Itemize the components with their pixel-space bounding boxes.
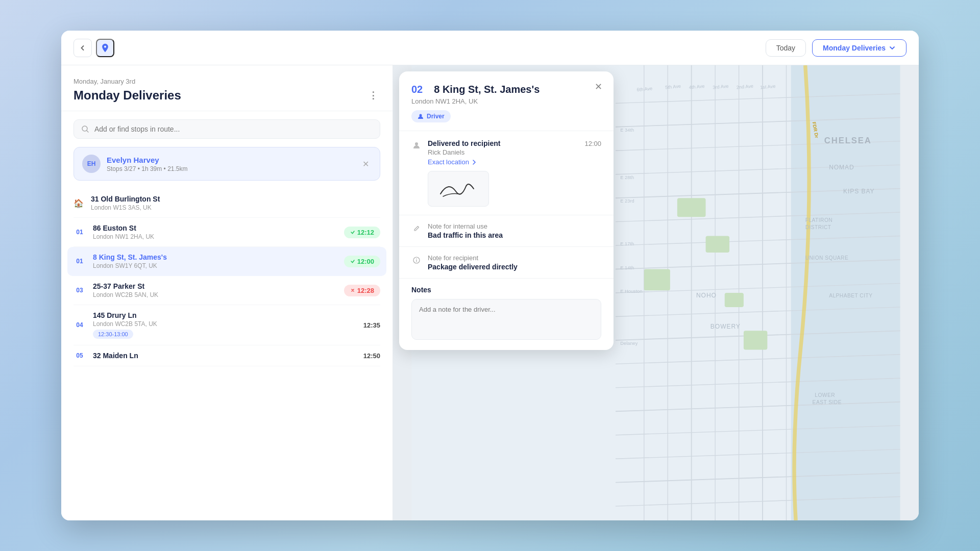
stop-time: 12:50 — [363, 352, 380, 360]
monday-deliveries-button[interactable]: Monday Deliveries — [812, 39, 906, 57]
search-icon — [81, 125, 89, 133]
detail-num: 02 — [411, 84, 423, 95]
header: Today Monday Deliveries — [61, 31, 919, 65]
stop-addr: London WC2B 5TA, UK — [93, 320, 356, 328]
svg-point-59 — [415, 142, 418, 145]
detail-title-row: 02 8 King St, St. James's — [411, 84, 601, 95]
svg-rect-29 — [706, 236, 729, 253]
exact-location-link[interactable]: Exact location — [428, 158, 601, 166]
search-bar[interactable] — [74, 119, 380, 139]
note-recipient-section: Note for recipient Package delivered dir… — [399, 247, 614, 279]
today-button[interactable]: Today — [766, 39, 806, 57]
stop-item-5[interactable]: 05 32 Maiden Ln 12:50 — [74, 345, 380, 366]
sidebar-title-text: Monday Deliveries — [74, 88, 181, 103]
note-row: Note for internal use Bad traffic in thi… — [411, 222, 601, 239]
svg-text:NOMAD: NOMAD — [829, 164, 854, 171]
sidebar-title: Monday Deliveries ⋮ — [74, 88, 380, 103]
stop-item-4[interactable]: 04 145 Drury Ln London WC2B 5TA, UK 12:3… — [74, 305, 380, 345]
location-icon-button[interactable] — [96, 39, 114, 57]
delivery-section: Delivered to recipient 12:00 Rick Daniel… — [399, 131, 614, 215]
stop-name: 31 Old Burlington St — [91, 195, 380, 203]
detail-driver-badge: Driver — [411, 110, 451, 122]
stop-name: 86 Euston St — [93, 224, 337, 232]
stop-time: 12:28 — [357, 287, 374, 294]
notes-label: Notes — [411, 286, 601, 294]
driver-card[interactable]: EH Evelyn Harvey Stops 3/27 • 1h 39m • 2… — [74, 147, 380, 181]
header-right: Today Monday Deliveries — [766, 39, 906, 57]
detail-header: 02 8 King St, St. James's London NW1 2HA… — [399, 71, 614, 131]
stop-info: 25-37 Parker St London WC2B 5AN, UK — [93, 282, 337, 298]
stop-name: 8 King St, St. James's — [93, 253, 337, 261]
stop-item-2-active[interactable]: 01 8 King St, St. James's London SW1Y 6Q… — [67, 247, 386, 276]
notes-section: Notes — [399, 279, 614, 350]
stop-num: 05 — [74, 352, 86, 359]
app-window: Today Monday Deliveries Monday, January … — [61, 31, 919, 520]
svg-text:DISTRICT: DISTRICT — [805, 224, 831, 230]
svg-rect-31 — [725, 293, 744, 307]
pencil-icon — [411, 223, 422, 234]
stop-addr: London W1S 3AS, UK — [91, 204, 380, 211]
stop-time: 12:00 — [357, 258, 374, 265]
monday-btn-label: Monday Deliveries — [823, 44, 886, 52]
stop-addr: London WC2B 5AN, UK — [93, 291, 337, 298]
svg-rect-30 — [644, 269, 670, 291]
stop-info: 32 Maiden Ln — [93, 352, 356, 360]
svg-text:UNION SQUARE: UNION SQUARE — [805, 255, 849, 261]
person-delivery-icon — [411, 140, 422, 151]
svg-text:LOWER: LOWER — [815, 392, 835, 398]
stop-name: 145 Drury Ln — [93, 311, 356, 319]
home-icon: 🏠 — [74, 198, 84, 208]
svg-text:Delaney: Delaney — [620, 341, 638, 346]
signature-svg — [430, 173, 486, 204]
more-options-button[interactable]: ⋮ — [366, 88, 380, 103]
exact-location-label: Exact location — [428, 158, 469, 166]
note-internal-section: Note for internal use Bad traffic in thi… — [399, 215, 614, 247]
stop-num: 01 — [74, 258, 86, 265]
signature-box — [428, 171, 489, 207]
sidebar: Monday, January 3rd Monday Deliveries ⋮ … — [61, 65, 393, 520]
check-icon — [350, 259, 355, 264]
stop-addr: London NW1 2HA, UK — [93, 233, 337, 240]
delivery-time: 12:00 — [584, 140, 601, 147]
stop-info: 145 Drury Ln London WC2B 5TA, UK 12:30-1… — [93, 311, 356, 339]
svg-point-58 — [420, 114, 422, 117]
svg-text:EAST SIDE: EAST SIDE — [813, 399, 842, 405]
driver-meta: Stops 3/27 • 1h 39m • 21.5km — [107, 165, 188, 172]
detail-addr: London NW1 2HA, UK — [411, 97, 601, 105]
svg-text:E 34th: E 34th — [620, 128, 634, 133]
info-icon — [411, 255, 422, 265]
driver-badge-label: Driver — [427, 113, 445, 120]
driver-notes-textarea[interactable] — [411, 299, 601, 340]
search-input[interactable] — [94, 125, 373, 133]
back-button[interactable] — [74, 39, 92, 57]
note-row: Note for recipient Package delivered dir… — [411, 254, 601, 271]
stop-item-3[interactable]: 03 25-37 Parker St London WC2B 5AN, UK 1… — [74, 276, 380, 305]
stop-item-home[interactable]: 🏠 31 Old Burlington St London W1S 3AS, U… — [74, 189, 380, 218]
main-content: Monday, January 3rd Monday Deliveries ⋮ … — [61, 65, 919, 520]
stop-list: 🏠 31 Old Burlington St London W1S 3AS, U… — [61, 189, 393, 520]
delivery-content: Delivered to recipient 12:00 Rick Daniel… — [428, 139, 601, 207]
chevron-right-icon — [471, 159, 477, 165]
svg-text:E Houston: E Houston — [620, 289, 642, 294]
svg-text:KIPS BAY: KIPS BAY — [843, 188, 875, 195]
stop-time: 12:12 — [357, 229, 374, 236]
svg-rect-28 — [677, 198, 706, 217]
stop-item-1[interactable]: 01 86 Euston St London NW1 2HA, UK 12:12 — [74, 218, 380, 247]
time-badge-success: 12:12 — [344, 227, 380, 238]
svg-text:E 17th: E 17th — [620, 241, 634, 246]
x-icon — [350, 288, 355, 293]
stop-time: 12:35 — [363, 321, 380, 329]
sidebar-header: Monday, January 3rd Monday Deliveries ⋮ — [61, 65, 393, 111]
close-driver-button[interactable]: ✕ — [359, 158, 372, 170]
svg-text:E 14th: E 14th — [620, 265, 634, 270]
stop-name: 32 Maiden Ln — [93, 352, 356, 360]
stop-addr: London SW1Y 6QT, UK — [93, 262, 337, 269]
detail-panel: 02 8 King St, St. James's London NW1 2HA… — [399, 71, 614, 350]
svg-text:CHELSEA: CHELSEA — [824, 136, 872, 145]
check-icon — [350, 230, 355, 235]
person-icon — [418, 113, 424, 119]
map-area: CHELSEA NOMAD KIPS BAY FLATIRON DISTRICT… — [393, 65, 919, 520]
stop-info: 31 Old Burlington St London W1S 3AS, UK — [91, 195, 380, 211]
svg-text:E 23rd: E 23rd — [620, 198, 634, 204]
close-detail-button[interactable]: ✕ — [591, 80, 605, 94]
